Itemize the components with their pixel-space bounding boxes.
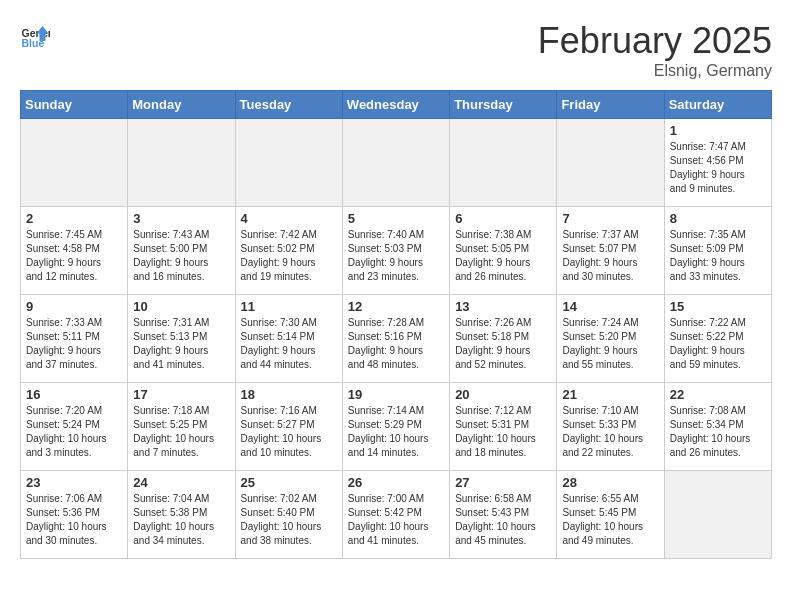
day-info: Sunrise: 7:43 AM Sunset: 5:00 PM Dayligh… [133, 228, 229, 284]
day-number: 5 [348, 211, 444, 226]
calendar-cell: 2Sunrise: 7:45 AM Sunset: 4:58 PM Daylig… [21, 207, 128, 295]
day-number: 13 [455, 299, 551, 314]
day-info: Sunrise: 7:47 AM Sunset: 4:56 PM Dayligh… [670, 140, 766, 196]
calendar-cell: 9Sunrise: 7:33 AM Sunset: 5:11 PM Daylig… [21, 295, 128, 383]
calendar-cell: 27Sunrise: 6:58 AM Sunset: 5:43 PM Dayli… [450, 471, 557, 559]
day-number: 28 [562, 475, 658, 490]
calendar-cell: 15Sunrise: 7:22 AM Sunset: 5:22 PM Dayli… [664, 295, 771, 383]
week-row-3: 9Sunrise: 7:33 AM Sunset: 5:11 PM Daylig… [21, 295, 772, 383]
day-number: 4 [241, 211, 337, 226]
day-info: Sunrise: 7:28 AM Sunset: 5:16 PM Dayligh… [348, 316, 444, 372]
day-number: 8 [670, 211, 766, 226]
day-number: 12 [348, 299, 444, 314]
day-info: Sunrise: 7:08 AM Sunset: 5:34 PM Dayligh… [670, 404, 766, 460]
weekday-header-monday: Monday [128, 91, 235, 119]
calendar-cell: 17Sunrise: 7:18 AM Sunset: 5:25 PM Dayli… [128, 383, 235, 471]
day-info: Sunrise: 7:16 AM Sunset: 5:27 PM Dayligh… [241, 404, 337, 460]
day-info: Sunrise: 7:00 AM Sunset: 5:42 PM Dayligh… [348, 492, 444, 548]
week-row-5: 23Sunrise: 7:06 AM Sunset: 5:36 PM Dayli… [21, 471, 772, 559]
day-number: 16 [26, 387, 122, 402]
day-info: Sunrise: 7:14 AM Sunset: 5:29 PM Dayligh… [348, 404, 444, 460]
day-info: Sunrise: 7:30 AM Sunset: 5:14 PM Dayligh… [241, 316, 337, 372]
day-number: 1 [670, 123, 766, 138]
calendar-cell: 7Sunrise: 7:37 AM Sunset: 5:07 PM Daylig… [557, 207, 664, 295]
calendar-cell: 6Sunrise: 7:38 AM Sunset: 5:05 PM Daylig… [450, 207, 557, 295]
day-info: Sunrise: 6:58 AM Sunset: 5:43 PM Dayligh… [455, 492, 551, 548]
calendar-cell [342, 119, 449, 207]
calendar-cell: 19Sunrise: 7:14 AM Sunset: 5:29 PM Dayli… [342, 383, 449, 471]
day-number: 7 [562, 211, 658, 226]
day-info: Sunrise: 7:31 AM Sunset: 5:13 PM Dayligh… [133, 316, 229, 372]
calendar-cell: 14Sunrise: 7:24 AM Sunset: 5:20 PM Dayli… [557, 295, 664, 383]
day-number: 6 [455, 211, 551, 226]
calendar-cell: 3Sunrise: 7:43 AM Sunset: 5:00 PM Daylig… [128, 207, 235, 295]
day-info: Sunrise: 7:24 AM Sunset: 5:20 PM Dayligh… [562, 316, 658, 372]
weekday-header-wednesday: Wednesday [342, 91, 449, 119]
calendar-cell: 18Sunrise: 7:16 AM Sunset: 5:27 PM Dayli… [235, 383, 342, 471]
day-info: Sunrise: 7:10 AM Sunset: 5:33 PM Dayligh… [562, 404, 658, 460]
day-number: 25 [241, 475, 337, 490]
calendar-cell: 23Sunrise: 7:06 AM Sunset: 5:36 PM Dayli… [21, 471, 128, 559]
calendar-cell: 21Sunrise: 7:10 AM Sunset: 5:33 PM Dayli… [557, 383, 664, 471]
week-row-4: 16Sunrise: 7:20 AM Sunset: 5:24 PM Dayli… [21, 383, 772, 471]
day-number: 20 [455, 387, 551, 402]
calendar-cell: 25Sunrise: 7:02 AM Sunset: 5:40 PM Dayli… [235, 471, 342, 559]
weekday-header-saturday: Saturday [664, 91, 771, 119]
day-info: Sunrise: 7:37 AM Sunset: 5:07 PM Dayligh… [562, 228, 658, 284]
day-number: 24 [133, 475, 229, 490]
calendar-cell [557, 119, 664, 207]
page-header: General Blue February 2025 Elsnig, Germa… [20, 20, 772, 80]
day-number: 14 [562, 299, 658, 314]
day-number: 15 [670, 299, 766, 314]
calendar-cell: 13Sunrise: 7:26 AM Sunset: 5:18 PM Dayli… [450, 295, 557, 383]
calendar-table: SundayMondayTuesdayWednesdayThursdayFrid… [20, 90, 772, 559]
calendar-cell [21, 119, 128, 207]
day-info: Sunrise: 7:20 AM Sunset: 5:24 PM Dayligh… [26, 404, 122, 460]
calendar-cell: 16Sunrise: 7:20 AM Sunset: 5:24 PM Dayli… [21, 383, 128, 471]
calendar-cell: 26Sunrise: 7:00 AM Sunset: 5:42 PM Dayli… [342, 471, 449, 559]
day-info: Sunrise: 7:18 AM Sunset: 5:25 PM Dayligh… [133, 404, 229, 460]
month-title: February 2025 [538, 20, 772, 62]
day-info: Sunrise: 7:40 AM Sunset: 5:03 PM Dayligh… [348, 228, 444, 284]
day-info: Sunrise: 7:22 AM Sunset: 5:22 PM Dayligh… [670, 316, 766, 372]
day-number: 22 [670, 387, 766, 402]
day-number: 9 [26, 299, 122, 314]
day-number: 26 [348, 475, 444, 490]
day-number: 18 [241, 387, 337, 402]
calendar-cell [235, 119, 342, 207]
title-block: February 2025 Elsnig, Germany [538, 20, 772, 80]
day-number: 27 [455, 475, 551, 490]
day-info: Sunrise: 7:45 AM Sunset: 4:58 PM Dayligh… [26, 228, 122, 284]
logo: General Blue [20, 20, 50, 50]
calendar-cell: 10Sunrise: 7:31 AM Sunset: 5:13 PM Dayli… [128, 295, 235, 383]
week-row-1: 1Sunrise: 7:47 AM Sunset: 4:56 PM Daylig… [21, 119, 772, 207]
calendar-cell [128, 119, 235, 207]
day-info: Sunrise: 7:38 AM Sunset: 5:05 PM Dayligh… [455, 228, 551, 284]
day-info: Sunrise: 7:06 AM Sunset: 5:36 PM Dayligh… [26, 492, 122, 548]
weekday-header-sunday: Sunday [21, 91, 128, 119]
weekday-header-row: SundayMondayTuesdayWednesdayThursdayFrid… [21, 91, 772, 119]
day-number: 19 [348, 387, 444, 402]
calendar-cell: 11Sunrise: 7:30 AM Sunset: 5:14 PM Dayli… [235, 295, 342, 383]
day-info: Sunrise: 7:02 AM Sunset: 5:40 PM Dayligh… [241, 492, 337, 548]
day-info: Sunrise: 7:33 AM Sunset: 5:11 PM Dayligh… [26, 316, 122, 372]
weekday-header-tuesday: Tuesday [235, 91, 342, 119]
calendar-cell: 8Sunrise: 7:35 AM Sunset: 5:09 PM Daylig… [664, 207, 771, 295]
calendar-cell: 28Sunrise: 6:55 AM Sunset: 5:45 PM Dayli… [557, 471, 664, 559]
calendar-cell: 20Sunrise: 7:12 AM Sunset: 5:31 PM Dayli… [450, 383, 557, 471]
weekday-header-friday: Friday [557, 91, 664, 119]
day-info: Sunrise: 7:42 AM Sunset: 5:02 PM Dayligh… [241, 228, 337, 284]
day-number: 11 [241, 299, 337, 314]
calendar-cell: 12Sunrise: 7:28 AM Sunset: 5:16 PM Dayli… [342, 295, 449, 383]
calendar-cell: 22Sunrise: 7:08 AM Sunset: 5:34 PM Dayli… [664, 383, 771, 471]
calendar-cell: 24Sunrise: 7:04 AM Sunset: 5:38 PM Dayli… [128, 471, 235, 559]
day-info: Sunrise: 7:35 AM Sunset: 5:09 PM Dayligh… [670, 228, 766, 284]
day-number: 23 [26, 475, 122, 490]
day-number: 21 [562, 387, 658, 402]
week-row-2: 2Sunrise: 7:45 AM Sunset: 4:58 PM Daylig… [21, 207, 772, 295]
calendar-cell [450, 119, 557, 207]
day-number: 17 [133, 387, 229, 402]
day-number: 3 [133, 211, 229, 226]
day-info: Sunrise: 6:55 AM Sunset: 5:45 PM Dayligh… [562, 492, 658, 548]
logo-icon: General Blue [20, 20, 50, 50]
